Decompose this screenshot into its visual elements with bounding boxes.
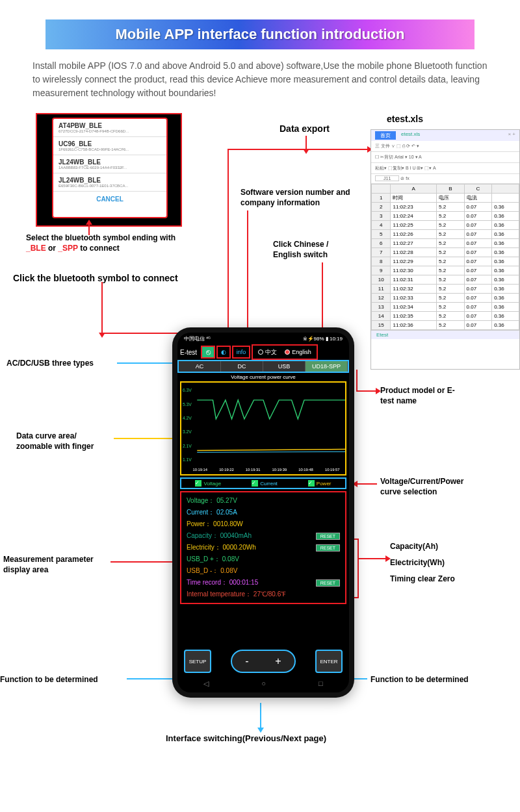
- spreadsheet: 首页etest.xls× + 三 文件 ∨ ⬚ ⎙ ⟳ ↶ ▾ ☐ ✂剪切 Ar…: [370, 129, 520, 370]
- label-timing: Timing clear Zero: [390, 574, 455, 585]
- android-nav[interactable]: ◁○□: [177, 677, 349, 690]
- svg-text:6.3V: 6.3V: [183, 388, 192, 392]
- label-click-bt: Click the bluetooth symbol to connect: [13, 272, 178, 284]
- param-row: Power： 0010.80W: [187, 518, 340, 530]
- bt-device[interactable]: AT4PBW_BLE6727DCC9-2174-D748-F94B-CFD66D…: [53, 119, 166, 137]
- cell-ref[interactable]: J11: [375, 175, 399, 181]
- svg-text:10:19:57: 10:19:57: [325, 468, 340, 472]
- arrow-line: [356, 370, 358, 392]
- cancel-button[interactable]: CANCEL: [53, 192, 166, 207]
- label-switching: Interface switching(Previous/Next page): [166, 733, 326, 744]
- arrow-icon: [358, 558, 385, 559]
- arrow-icon: [228, 149, 229, 334]
- bottom-controls: SETUP -+ ENTER: [177, 648, 349, 674]
- arrow-icon: [338, 149, 367, 150]
- arrow-icon: [117, 362, 172, 364]
- arrow-icon: [322, 262, 323, 334]
- svg-text:4.2V: 4.2V: [183, 416, 192, 420]
- tab-model[interactable]: UD18-SPP: [306, 361, 348, 372]
- bt-device[interactable]: JL24WB_BLEE659F30C-B6C1-0077-1E01-37CBCA…: [53, 173, 166, 192]
- svg-text:10:19:39: 10:19:39: [272, 468, 287, 472]
- param-row: USB_D +： 0.08V: [187, 553, 340, 565]
- label-curve-sel: Voltage/Current/Power curve selection: [380, 477, 484, 497]
- setup-button[interactable]: SETUP: [184, 650, 211, 673]
- svg-text:3.2V: 3.2V: [183, 429, 192, 434]
- legend[interactable]: ✓Voltage ✓Current ✓Power: [180, 477, 346, 489]
- app-toolbar: E-test ⎋ ◐ info 中文 English: [177, 344, 349, 360]
- arrow-icon: [356, 390, 376, 392]
- label-elec: Electricity(Wh): [390, 558, 445, 568]
- label-select-bt: Select the bluetooth symbol ending with …: [26, 233, 185, 253]
- arrow-icon: [101, 282, 103, 333]
- label-data-export: Data export: [280, 123, 330, 134]
- svg-text:10:19:48: 10:19:48: [298, 468, 313, 472]
- enter-button[interactable]: ENTER: [315, 650, 343, 673]
- xls-menu[interactable]: 三 文件 ∨ ⬚ ⎙ ⟳ ↶ ▾: [371, 141, 519, 152]
- status-bar: 中国电信 ⁴ᴳ※⚡98% ▮ 10:19: [177, 333, 349, 344]
- xls-home-tab[interactable]: 首页: [375, 131, 396, 140]
- info-button[interactable]: info: [232, 346, 250, 359]
- tab-usb[interactable]: USB: [263, 361, 306, 372]
- arrow-icon: [114, 438, 176, 439]
- param-row: Internal temperature： 27℃/80.6℉: [187, 589, 340, 600]
- arrow-icon: [306, 136, 307, 149]
- param-row: Current： 02.05A: [187, 507, 340, 518]
- svg-text:5.3V: 5.3V: [183, 402, 192, 407]
- param-row: Electricity： 0000.20WhRESET: [187, 542, 340, 553]
- intro-text: Install mobile APP (IOS 7.0 and above An…: [32, 59, 488, 100]
- app-name: E-test: [180, 349, 197, 356]
- svg-text:10:19:22: 10:19:22: [219, 468, 234, 472]
- export-icon[interactable]: ◐: [216, 346, 231, 359]
- label-model: Product model or E-test name: [380, 386, 465, 406]
- label-cap: Capacity(Ah): [390, 542, 438, 552]
- reset-button[interactable]: RESET: [316, 544, 340, 552]
- label-sw-version: Software version number and company info…: [240, 188, 358, 208]
- arrow-icon: [247, 210, 248, 334]
- label-lang: Click Chinese / English switch: [273, 240, 358, 260]
- bluetooth-popup-screenshot: AT4PBW_BLE6727DCC9-2174-D748-F94B-CFD66D…: [36, 113, 182, 227]
- xls-toolbar-1[interactable]: ☐ ✂剪切 Arial ▾ 10 ▾ A: [371, 152, 519, 163]
- arrow-line: [228, 149, 263, 150]
- label-param-area: Measurement parameter display area: [3, 555, 107, 575]
- param-row: Capacity： 00040mAhRESET: [187, 530, 340, 542]
- title-banner: Mobile APP interface function introducti…: [46, 19, 474, 49]
- label-curve-area: Data curve area/ zoomable with finger: [16, 431, 114, 451]
- arrow-icon: [358, 483, 377, 485]
- arrow-line: [358, 539, 359, 597]
- svg-text:10:19:31: 10:19:31: [246, 468, 261, 472]
- phone-mockup: 中国电信 ⁴ᴳ※⚡98% ▮ 10:19 E-test ⎋ ◐ info 中文 …: [172, 327, 354, 698]
- svg-text:2.1V: 2.1V: [183, 444, 192, 448]
- tab-dc[interactable]: DC: [221, 361, 263, 372]
- bluetooth-icon[interactable]: ⎋: [201, 346, 215, 359]
- bt-device[interactable]: UC96_BLE1F69261C-C758-BCAD-99FE-14ACF6..…: [53, 137, 166, 155]
- param-row: USB_D -： 0.08V: [187, 565, 340, 577]
- param-row: Voltage： 05.27V: [187, 495, 340, 507]
- chart-title: Voltage current power curve: [177, 373, 349, 381]
- arrow-icon: [88, 225, 90, 235]
- type-tabs[interactable]: AC DC USB UD18-SPP: [177, 360, 349, 373]
- sheet-tab[interactable]: Etest: [371, 330, 519, 339]
- language-switch[interactable]: 中文 English: [252, 344, 318, 360]
- page-switcher[interactable]: -+: [231, 650, 296, 673]
- arrow-icon: [127, 678, 172, 679]
- label-three-types: AC/DC/USB three types: [6, 359, 94, 369]
- xls-file-tab[interactable]: etest.xls: [401, 131, 420, 140]
- arrow-icon: [260, 703, 261, 728]
- label-tbd1: Function to be determined: [0, 675, 98, 685]
- reset-button[interactable]: RESET: [316, 533, 340, 540]
- bt-device[interactable]: JL24WB_BLE1AA8BB83-F7CE-6029-14A4-F0332F…: [53, 155, 166, 173]
- svg-text:10:19:14: 10:19:14: [192, 468, 207, 472]
- xls-filename: etest.xls: [387, 113, 423, 125]
- xls-toolbar-2[interactable]: 粘贴▾ ⬚复制▾ B I U ⊞▾ ⬚▾ A: [371, 163, 519, 174]
- param-row: Time record： 000:01:15RESET: [187, 577, 340, 589]
- title: Mobile APP interface function introducti…: [52, 26, 468, 43]
- reset-button[interactable]: RESET: [316, 579, 340, 587]
- tab-ac[interactable]: AC: [179, 361, 221, 372]
- parameter-panel: Voltage： 05.27VCurrent： 02.05APower： 001…: [180, 491, 346, 604]
- svg-text:1.1V: 1.1V: [183, 457, 192, 462]
- chart-area[interactable]: 6.3V5.3V4.2V3.2V2.1V1.1V 10:19:1410:19:2…: [180, 381, 346, 476]
- arrow-icon: [110, 561, 176, 563]
- label-tbd2: Function to be determined: [370, 675, 469, 685]
